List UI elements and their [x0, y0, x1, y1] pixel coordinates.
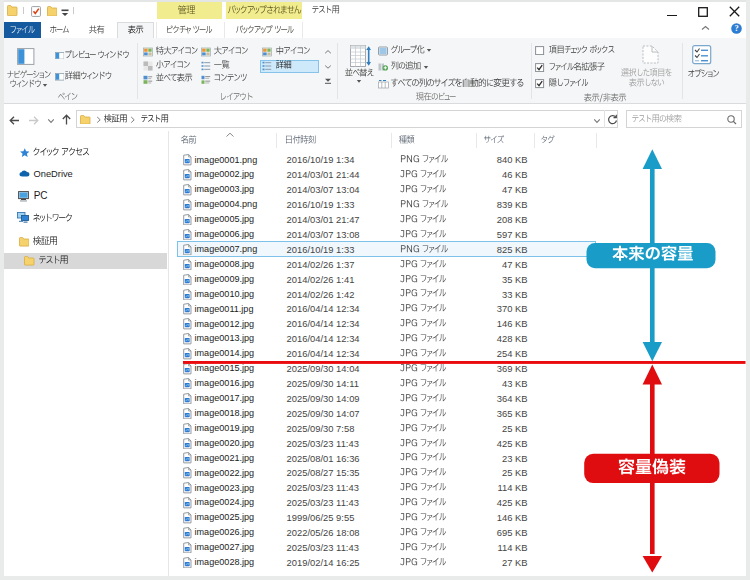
svg-text:?: ? — [734, 23, 738, 33]
